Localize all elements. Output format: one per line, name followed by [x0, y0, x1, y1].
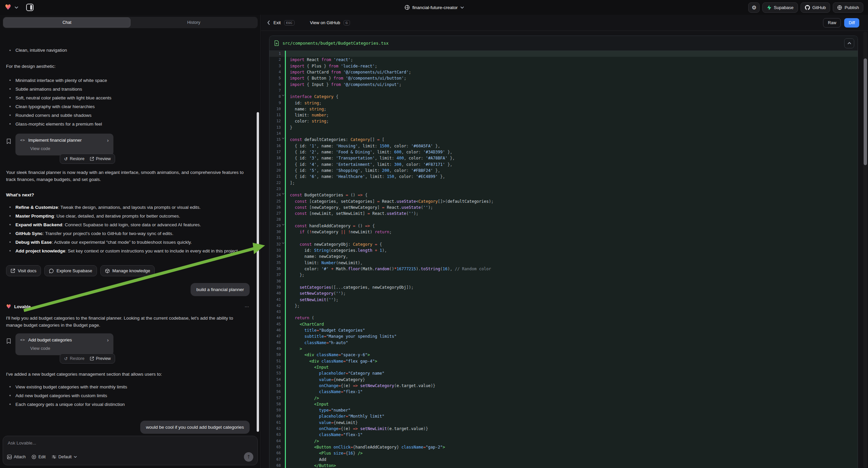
code-line-content: const handleAddCategory = () => { [286, 223, 858, 229]
bullet-dot-icon [9, 241, 11, 243]
code-line-content: ]; [286, 180, 858, 186]
publish-globe-icon [837, 5, 842, 10]
github-button[interactable]: GitHub [801, 2, 830, 13]
lovable-logo-icon[interactable]: ♥ [5, 4, 11, 11]
chat-message-list[interactable]: Clean, intuitive navigation For the desi… [0, 30, 260, 434]
code-scrollbar[interactable] [863, 32, 867, 468]
logo-chevron-down-icon[interactable] [15, 6, 18, 9]
list-item: Debug with Ease: Activate our experiment… [6, 238, 254, 246]
code-line-content [286, 216, 858, 223]
user-message: build a financial planner [191, 283, 250, 296]
file-header[interactable]: src/components/budget/BudgetCategories.t… [270, 36, 858, 51]
code-line-content: className="h-auto" [286, 340, 858, 346]
fold-chevron-icon[interactable] [282, 137, 284, 139]
view-on-github-link[interactable]: View on GitHub [310, 20, 340, 25]
code-line: 35 limit: Number(newLimit), [270, 260, 858, 266]
settings-button[interactable]: ⚙ [748, 2, 760, 13]
fold-chevron-icon[interactable] [282, 242, 284, 244]
design-bullet-list: Minimalist interface with plenty of whit… [6, 76, 254, 128]
code-line: 24const BudgetCategories = () => { [270, 192, 858, 198]
code-line: 48 className="h-auto" [270, 340, 858, 346]
publish-label: Publish [844, 5, 859, 10]
code-line: 6import { Input } from '@/components/ui/… [270, 82, 858, 88]
code-scrollbar-thumb[interactable] [864, 58, 867, 165]
line-number: 44 [270, 315, 285, 321]
line-number: 50 [270, 352, 285, 358]
attach-button[interactable]: Attach [7, 455, 26, 459]
code-editor[interactable]: 1 2import React from 'react';3import { P… [270, 51, 858, 468]
code-line: 17 { id: '2', name: 'Food & Dining', lim… [270, 149, 858, 155]
version-card-implement-financial-planner[interactable]: <> Implement financial planner › View co… [16, 134, 114, 155]
list-item: Glass-morphic elements for a premium fee… [6, 119, 254, 128]
code-line-content: return ( [286, 315, 858, 321]
version-card-title: Implement financial planner [28, 138, 82, 143]
chat-scrollbar[interactable] [257, 112, 259, 432]
edit-button[interactable]: Edit [32, 455, 45, 459]
user-message: would be cool if you could add budget ca… [140, 421, 250, 434]
manage-knowledge-button[interactable]: Manage knowledge [100, 265, 155, 276]
view-code-link[interactable]: View code [30, 346, 109, 351]
preview-button[interactable]: Preview [90, 356, 111, 361]
code-line-content: id: string; [286, 100, 858, 106]
tab-chat[interactable]: Chat [3, 18, 130, 28]
line-number: 4 [270, 69, 285, 75]
code-line: 46 title="Budget Categories" [270, 327, 858, 333]
list-item: Rounded corners and subtle shadows [6, 111, 254, 119]
tab-history[interactable]: History [130, 18, 257, 28]
code-line-content [286, 88, 858, 94]
chevron-up-icon [847, 42, 851, 44]
chat-input-box[interactable]: Ask Lovable... Attach Edit Default ↑ [3, 436, 258, 465]
raw-toggle-button[interactable]: Raw [823, 18, 841, 28]
model-selector[interactable]: Default [52, 455, 77, 459]
version-card-add-budget-categories[interactable]: <> Add budget categories › View code ↺Re… [16, 333, 114, 355]
code-line: 19 { id: '4', name: 'Entertainment', lim… [270, 162, 858, 168]
code-line-content: { id: '5', name: 'Shopping', limit: 200,… [286, 168, 858, 174]
restore-button[interactable]: ↺Restore [64, 356, 85, 361]
file-path: src/components/budget/BudgetCategories.t… [282, 40, 389, 46]
line-number: 35 [270, 260, 285, 266]
send-button[interactable]: ↑ [244, 452, 253, 462]
exit-button[interactable]: Exit [274, 20, 281, 25]
visit-docs-button[interactable]: Visit docs [6, 265, 41, 276]
code-line-content: type="number" [286, 407, 858, 413]
diff-toggle-button[interactable]: Diff [844, 18, 859, 28]
gear-icon: ⚙ [751, 4, 756, 11]
message-menu-button[interactable]: ⋯ [245, 304, 250, 309]
code-line-content: const [newCategory, setNewCategory] = Re… [286, 204, 858, 210]
fold-chevron-icon[interactable] [282, 94, 284, 96]
collapse-file-button[interactable] [844, 38, 854, 48]
line-number: 32 [270, 241, 285, 247]
line-number: 64 [270, 438, 285, 444]
chat-bubble-icon [49, 269, 54, 273]
code-line-content: color: string; [286, 118, 858, 124]
sidebar-toggle-icon[interactable] [26, 4, 34, 11]
code-line-content [286, 186, 858, 192]
list-item: Expand with Backend: Connect Supabase to… [6, 220, 254, 229]
list-item: Refine & Customize: Tweak the design, an… [6, 203, 254, 211]
preview-button[interactable]: Preview [90, 156, 111, 161]
restore-button[interactable]: ↺Restore [64, 156, 85, 162]
code-line: 3import { Plus } from 'lucide-react'; [270, 63, 858, 69]
supabase-button[interactable]: Supabase [762, 2, 798, 13]
line-number: 66 [270, 450, 285, 456]
line-number: 43 [270, 309, 285, 315]
line-number: 19 [270, 162, 285, 168]
publish-button[interactable]: Publish [833, 2, 863, 13]
project-switcher[interactable]: financial-future-creator [404, 5, 464, 10]
list-item: Add project knowledge: Set key context o… [6, 246, 254, 255]
bookmark-icon[interactable] [6, 338, 11, 344]
bookmark-icon[interactable] [6, 138, 11, 144]
code-line-content: const [categories, setCategories] = Reac… [286, 198, 858, 204]
line-number: 48 [270, 340, 285, 346]
code-line: 4import ChartCard from '@/components/ui/… [270, 69, 858, 75]
code-line-content: import { Plus } from 'lucide-react'; [286, 63, 858, 69]
fold-chevron-icon[interactable] [282, 193, 284, 195]
code-line-content: Add [286, 457, 858, 463]
fold-chevron-icon[interactable] [282, 224, 284, 226]
code-line-content: { id: '2', name: 'Food & Dining', limit:… [286, 149, 858, 155]
explore-supabase-button[interactable]: Explore Supabase [44, 265, 97, 276]
code-line-content: limit: number; [286, 112, 858, 118]
code-line: 59 type="number" [270, 407, 858, 413]
view-code-link[interactable]: View code [30, 146, 109, 151]
code-line: 31 [270, 235, 858, 241]
